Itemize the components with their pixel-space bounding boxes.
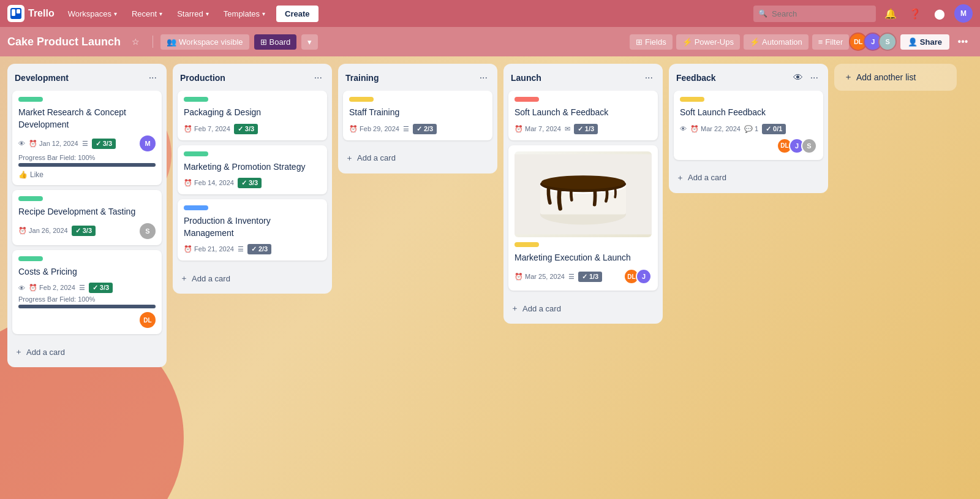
card-meta: 👁 ⏰ Jan 12, 2024 ☰ ✓ 3/3 M [18,135,156,151]
card-watch: 👁 [18,284,25,292]
card-watch: 👁 [680,125,687,132]
add-list-button[interactable]: ＋ Add another list [834,64,957,91]
card-soft-launch-feedback[interactable]: Soft Launch Feedback 👁 ⏰ Mar 22, 2024 💬 … [674,91,823,160]
card-date: ⏰ Feb 21, 2024 [184,245,234,253]
fields-button[interactable]: ⊞ Fields [630,34,673,50]
search-input[interactable] [753,6,876,22]
list-menu-feedback[interactable]: ··· [808,70,821,86]
card-marketing-execution[interactable]: Marketing Execution & Launch ⏰ Mar 25, 2… [508,145,658,291]
progress-bar-fill [18,163,156,167]
star-board-button[interactable]: ☆ [126,32,145,51]
workspace-icon: 👥 [167,37,176,47]
like-text: Like [30,170,43,179]
starred-menu[interactable]: Starred ▾ [171,6,215,22]
notifications-button[interactable]: 🔔 [881,4,900,23]
create-button[interactable]: Create [276,6,318,22]
card-badge: ✓ 2/3 [413,124,437,134]
board-canvas: Development ··· Market Research & Concep… [0,56,980,499]
svg-rect-2 [17,9,20,13]
card-title: Recipe Development & Tasting [18,206,156,218]
board-view-button[interactable]: ⊞ Board [254,34,297,50]
card-avatar-stack: DL J S [780,138,817,154]
card-badge: ✓ 3/3 [234,124,258,134]
list-feedback: Feedback 👁 ··· Soft Launch Feedback 👁 ⏰ … [669,64,828,193]
card-packaging-design[interactable]: Packaging & Design ⏰ Feb 7, 2024 ✓ 3/3 [178,91,327,140]
card-desc: ☰ [403,125,409,133]
power-icon: ⚡ [682,37,692,47]
list-development: Development ··· Market Research & Concep… [7,64,167,367]
list-training: Training ··· Staff Training ⏰ Feb 29, 20… [338,64,497,173]
card-staff-training[interactable]: Staff Training ⏰ Feb 29, 2024 ☰ ✓ 2/3 [343,91,492,140]
card-production-inventory[interactable]: Production & Inventory Management ⏰ Feb … [178,199,327,261]
progress-label: Progress Bar Field: 100% [18,154,156,161]
card-desc: ☰ [79,284,85,292]
list-menu-production[interactable]: ··· [312,70,325,86]
add-card-training[interactable]: ＋ Add a card [338,148,497,169]
card-marketing-promotion[interactable]: Marketing & Promotion Strategy ⏰ Feb 14,… [178,145,327,195]
card-costs-pricing[interactable]: Costs & Pricing 👁 ⏰ Feb 2, 2024 ☰ ✓ 3/3 … [12,250,162,335]
automation-button[interactable]: ⚡ Automation [744,34,809,50]
progress-bar-bg [18,163,156,167]
card-meta: ⏰ Feb 29, 2024 ☰ ✓ 2/3 [349,124,486,134]
card-badge: ✓ 3/3 [238,178,262,188]
top-nav: Trello Workspaces ▾ Recent ▾ Starred ▾ T… [0,0,980,27]
filter-button[interactable]: ≡ Filter [812,34,849,50]
card-avatar-stack: DL J [627,269,652,284]
list-title-development: Development [15,73,146,83]
add-card-feedback[interactable]: ＋ Add a card [669,167,828,188]
chevron-down-icon: ▾ [159,10,162,17]
share-button[interactable]: 👤 Share [900,34,949,50]
card-meta: 👁 ⏰ Mar 22, 2024 💬 1 ✓ 0/1 [680,124,817,134]
list-watch-feedback[interactable]: 👁 [791,70,805,86]
settings-button[interactable]: ⬤ [930,4,949,23]
view-expand-button[interactable]: ▾ [301,34,318,50]
plus-icon: ＋ [180,273,188,284]
list-menu-training[interactable]: ··· [477,70,490,86]
chevron-down-icon: ▾ [206,10,209,17]
search-icon: 🔍 [758,9,767,18]
list-menu-development[interactable]: ··· [146,70,159,86]
list-header-feedback: Feedback 👁 ··· [669,64,828,91]
card-watch: 👁 [18,140,25,147]
avatar-s: S [801,138,817,154]
power-ups-button[interactable]: ⚡ Power-Ups [676,34,740,50]
card-tag [514,97,539,102]
board-title[interactable]: Cake Product Launch [7,36,121,48]
workspace-visible-button[interactable]: 👥 Workspace visible [160,34,249,50]
card-image [514,151,652,237]
help-button[interactable]: ❓ [905,4,925,23]
card-badge: ✓ 0/1 [762,124,786,134]
workspaces-menu[interactable]: Workspaces ▾ [62,6,123,22]
templates-menu[interactable]: Templates ▾ [217,6,271,22]
list-menu-launch[interactable]: ··· [643,70,655,86]
card-date: ⏰ Feb 14, 2024 [184,179,234,187]
card-date: ⏰ Feb 29, 2024 [349,125,399,133]
trello-logo[interactable]: Trello [7,5,55,22]
card-title: Soft Launch Feedback [680,107,817,119]
member-avatar-s[interactable]: S [878,32,897,51]
user-avatar[interactable]: M [954,4,973,23]
add-card-launch[interactable]: ＋ Add a card [503,298,663,319]
card-date: ⏰ Mar 22, 2024 [690,125,741,133]
board-icon: ⊞ [260,37,267,47]
list-content-feedback: Soft Launch Feedback 👁 ⏰ Mar 22, 2024 💬 … [669,91,828,165]
more-options-button[interactable]: ••• [953,32,973,51]
card-soft-launch[interactable]: Soft Launch & Feedback ⏰ Mar 7, 2024 ✉ ✓… [508,91,658,140]
logo-text: Trello [28,8,55,19]
avatar-j: J [636,269,652,284]
card-meta: ⏰ Jan 26, 2024 ✓ 3/3 S [18,223,156,239]
add-card-production[interactable]: ＋ Add a card [173,268,332,289]
card-title: Production & Inventory Management [184,215,321,239]
card-desc: ☰ [238,245,244,253]
recent-menu[interactable]: Recent ▾ [126,6,168,22]
card-meta: 👁 ⏰ Feb 2, 2024 ☰ ✓ 3/3 [18,283,156,293]
plus-icon: ＋ [511,303,519,314]
board-header: Cake Product Launch ☆ 👥 Workspace visibl… [0,27,980,56]
card-progress-row: Progress Bar Field: 100% [18,154,156,167]
add-card-development[interactable]: ＋ Add a card [7,341,167,362]
card-recipe-development[interactable]: Recipe Development & Tasting ⏰ Jan 26, 2… [12,190,162,245]
plus-icon: ＋ [15,346,23,357]
like-row[interactable]: 👍 Like [18,170,156,179]
card-market-research[interactable]: Market Research & Concept Development 👁 … [12,91,162,185]
plus-icon: ＋ [844,72,853,83]
